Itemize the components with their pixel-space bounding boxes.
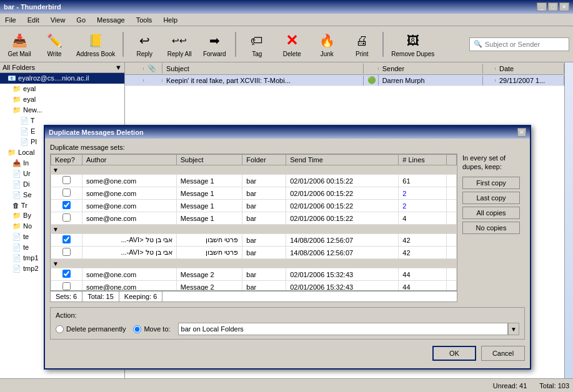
get-mail-icon: 📥 bbox=[9, 31, 29, 51]
author-cell: אבי בן טל <AVI-... bbox=[82, 247, 177, 259]
keep-checkbox[interactable] bbox=[62, 270, 71, 278]
no-copies-button[interactable]: No copies bbox=[462, 222, 520, 234]
sendtime-cell: 02/01/2006 15:32:43 bbox=[286, 281, 399, 292]
cancel-button[interactable]: Cancel bbox=[481, 346, 525, 361]
keep-cell[interactable] bbox=[51, 187, 82, 200]
message-row-1[interactable]: Keepin' it real fake, part XCVIII: T-Mob… bbox=[125, 75, 564, 86]
keep-checkbox[interactable] bbox=[62, 189, 71, 197]
group-separator-2: ▼ bbox=[51, 225, 457, 234]
col-sender[interactable]: Sender bbox=[379, 64, 483, 74]
forward-button[interactable]: ➡ Forward bbox=[199, 28, 230, 60]
get-mail-label: Get Mail bbox=[7, 51, 31, 57]
total-count: Total: 103 bbox=[539, 382, 569, 390]
keep-cell[interactable] bbox=[51, 234, 82, 247]
last-copy-button[interactable]: Last copy bbox=[462, 192, 520, 204]
folder-panel-header[interactable]: All Folders ▼ bbox=[0, 62, 124, 73]
menu-file[interactable]: File bbox=[2, 16, 19, 24]
folder-item-3[interactable]: 📁 New... bbox=[0, 105, 124, 115]
all-copies-button[interactable]: All copies bbox=[462, 207, 520, 219]
print-label: Print bbox=[356, 51, 369, 57]
table-row[interactable]: אבי בן טל <AVI-... פרטי חשבון bar 14/08/… bbox=[51, 234, 457, 247]
dialog-body: Duplicate message sets: Keep? Author Sub… bbox=[45, 139, 530, 368]
window-controls[interactable]: _ □ ✕ bbox=[537, 2, 569, 11]
reply-all-button[interactable]: ↩↩ Reply All bbox=[164, 28, 195, 60]
folder-cell: bar bbox=[242, 187, 286, 200]
unread-count: Unread: 41 bbox=[493, 382, 527, 390]
lines-cell: 42 bbox=[399, 234, 447, 247]
subject-cell: פרטי חשבון bbox=[176, 247, 242, 259]
menu-message[interactable]: Message bbox=[94, 16, 127, 24]
dialog-title-bar: Duplicate Messages Deletion ✕ bbox=[45, 126, 530, 139]
move-to-target-wrapper: ▼ bbox=[178, 323, 519, 335]
remove-dupes-button[interactable]: 🖼 Remove Dupes bbox=[389, 28, 437, 60]
col-subject[interactable]: Subject bbox=[162, 64, 364, 74]
keep-cell[interactable] bbox=[51, 175, 82, 187]
sets-count: Sets: 6 bbox=[51, 292, 82, 301]
menu-help[interactable]: Help bbox=[161, 16, 180, 24]
move-to-radio[interactable] bbox=[133, 325, 141, 333]
folder-panel-arrow[interactable]: ▼ bbox=[115, 64, 122, 71]
keep-checkbox[interactable] bbox=[62, 235, 71, 243]
separator-3 bbox=[382, 32, 384, 57]
tag-button[interactable]: 🏷 Tag bbox=[241, 28, 272, 60]
table-row[interactable]: some@one.com Message 1 bar 02/01/2006 00… bbox=[51, 212, 457, 225]
close-button[interactable]: ✕ bbox=[559, 2, 569, 11]
dialog-close-button[interactable]: ✕ bbox=[517, 128, 526, 137]
delete-permanently-option[interactable]: Delete permanently bbox=[56, 325, 126, 333]
author-cell: some@one.com bbox=[82, 200, 177, 212]
table-row[interactable]: some@one.com Message 1 bar 02/01/2006 00… bbox=[51, 175, 457, 187]
menu-go[interactable]: Go bbox=[74, 16, 88, 24]
col-date[interactable]: Date bbox=[496, 64, 564, 74]
menu-tools[interactable]: Tools bbox=[134, 16, 155, 24]
all-folders-label: All Folders bbox=[2, 64, 35, 71]
address-book-label: Address Book bbox=[76, 51, 115, 57]
keep-cell[interactable] bbox=[51, 281, 82, 292]
lines-cell: 61 bbox=[399, 175, 447, 187]
search-box[interactable]: 🔍 bbox=[469, 37, 569, 51]
table-row[interactable]: some@one.com Message 1 bar 02/01/2006 00… bbox=[51, 187, 457, 200]
maximize-button[interactable]: □ bbox=[548, 2, 558, 11]
keep-checkbox[interactable] bbox=[62, 201, 71, 209]
move-to-dropdown-arrow[interactable]: ▼ bbox=[508, 323, 519, 335]
ok-button[interactable]: OK bbox=[432, 346, 476, 361]
minimize-button[interactable]: _ bbox=[537, 2, 547, 11]
move-to-option[interactable]: Move to: bbox=[133, 325, 170, 333]
menu-edit[interactable]: Edit bbox=[25, 16, 42, 24]
search-input[interactable] bbox=[485, 41, 565, 48]
table-row[interactable]: some@one.com Message 1 bar 02/01/2006 00… bbox=[51, 200, 457, 212]
move-to-input[interactable] bbox=[178, 323, 508, 335]
keep-checkbox[interactable] bbox=[62, 213, 71, 222]
keep-cell[interactable] bbox=[51, 212, 82, 225]
write-button[interactable]: ✏️ Write bbox=[39, 28, 70, 60]
menu-view[interactable]: View bbox=[48, 16, 68, 24]
get-mail-button[interactable]: 📥 Get Mail bbox=[4, 28, 35, 60]
delete-permanently-radio[interactable] bbox=[56, 325, 64, 333]
print-button[interactable]: 🖨 Print bbox=[346, 28, 377, 60]
folder-item-2[interactable]: 📁 eyal bbox=[0, 94, 124, 105]
keep-checkbox[interactable] bbox=[62, 176, 71, 184]
col-flag bbox=[125, 67, 144, 70]
keep-checkbox[interactable] bbox=[62, 248, 71, 256]
folder-item-1[interactable]: 📁 eyal bbox=[0, 84, 124, 94]
folder-item-0[interactable]: 📧 eyalroz@cs....nion.ac.il bbox=[0, 73, 124, 84]
title-bar: bar - Thunderbird _ □ ✕ bbox=[0, 0, 573, 14]
sendtime-cell: 02/01/2006 00:15:22 bbox=[286, 187, 399, 200]
forward-icon: ➡ bbox=[204, 31, 224, 51]
first-copy-button[interactable]: First copy bbox=[462, 177, 520, 189]
right-scroll-panel bbox=[564, 62, 573, 378]
keep-checkbox[interactable] bbox=[62, 282, 71, 290]
delete-button[interactable]: ✕ Delete bbox=[276, 28, 307, 60]
table-row[interactable]: some@one.com Message 2 bar 02/01/2006 15… bbox=[51, 268, 457, 281]
reply-label: Reply bbox=[136, 51, 152, 57]
col-header-keep: Keep? bbox=[51, 155, 82, 165]
table-row[interactable]: אבי בן טל <AVI-... פרטי חשבון bar 14/08/… bbox=[51, 247, 457, 259]
table-row[interactable]: some@one.com Message 2 bar 02/01/2006 15… bbox=[51, 281, 457, 292]
reply-button[interactable]: ↩ Reply bbox=[129, 28, 160, 60]
keep-cell[interactable] bbox=[51, 200, 82, 212]
keep-cell[interactable] bbox=[51, 268, 82, 281]
keep-cell[interactable] bbox=[51, 247, 82, 259]
sendtime-cell: 02/01/2006 00:15:22 bbox=[286, 200, 399, 212]
duplicate-table-container[interactable]: Keep? Author Subject Folder Send Time # … bbox=[50, 154, 457, 291]
address-book-button[interactable]: 📒 Address Book bbox=[74, 28, 117, 60]
junk-button[interactable]: 🔥 Junk bbox=[311, 28, 342, 60]
